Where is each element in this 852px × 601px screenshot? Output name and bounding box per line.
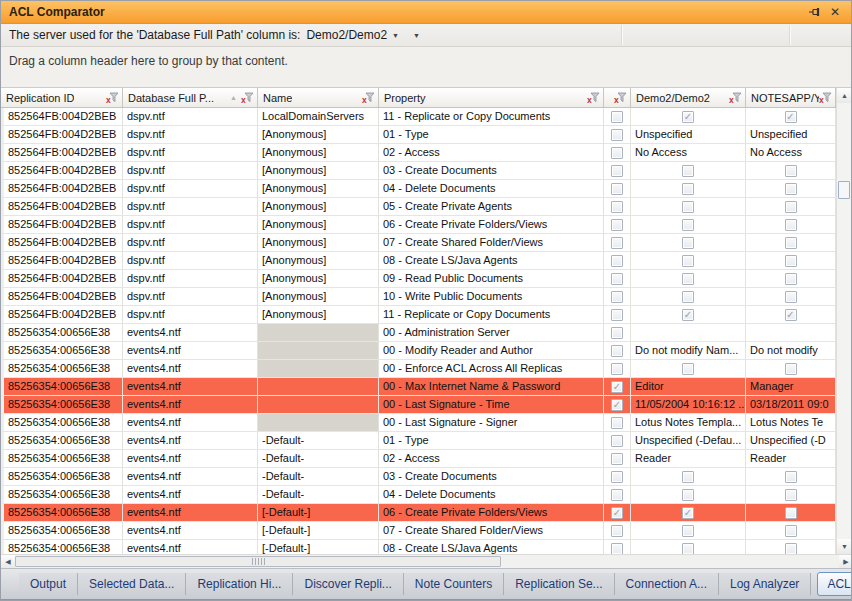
checkbox-checked-icon: ✓ bbox=[611, 507, 623, 519]
filter-icon[interactable]: x bbox=[729, 92, 742, 103]
table-row[interactable]: 85256354:00656E38events4.ntf-Default-01 … bbox=[1, 432, 851, 450]
tab-output[interactable]: Output bbox=[19, 573, 78, 595]
tab-selected-data[interactable]: Selected Data... bbox=[78, 573, 186, 595]
tab-acl-compara[interactable]: ACL Compara... bbox=[817, 572, 852, 596]
checkbox-unchecked-icon bbox=[611, 147, 623, 159]
cell-notesapp: Manager bbox=[746, 378, 836, 396]
cell-name: [Anonymous] bbox=[258, 234, 379, 252]
cell-database-full-path: dspv.ntf bbox=[123, 162, 258, 180]
table-row[interactable]: 85256354:00656E38events4.ntf00 - Max Int… bbox=[1, 378, 851, 396]
close-icon[interactable]: ✕ bbox=[827, 4, 843, 20]
horizontal-scrollbar-thumb[interactable] bbox=[15, 556, 501, 567]
toolbar-separator bbox=[789, 25, 791, 45]
table-row[interactable]: 852564FB:004D2BEBdspv.ntf[Anonymous]08 -… bbox=[1, 252, 851, 270]
vertical-scrollbar[interactable]: ▲ ▼ bbox=[836, 88, 851, 554]
table-row[interactable]: 852564FB:004D2BEBdspv.ntfLocalDomainServ… bbox=[1, 108, 851, 126]
tab-log-analyzer[interactable]: Log Analyzer bbox=[719, 573, 811, 595]
column-header-name[interactable]: Namex bbox=[258, 88, 379, 107]
column-header-demo2[interactable]: Demo2/Demo2x bbox=[631, 88, 746, 107]
toolbar-options-icon[interactable]: ▼ bbox=[413, 32, 420, 39]
cell-name-empty bbox=[258, 324, 379, 342]
table-row[interactable]: 85256354:00656E38events4.ntf00 - Modify … bbox=[1, 342, 851, 360]
table-row[interactable]: 85256354:00656E38events4.ntf-Default-04 … bbox=[1, 486, 851, 504]
cell-replication-id: 85256354:00656E38 bbox=[1, 504, 123, 522]
checkbox-unchecked-icon bbox=[785, 489, 797, 501]
tab-replication-hi[interactable]: Replication Hi... bbox=[186, 573, 293, 595]
table-row[interactable]: 85256354:00656E38events4.ntf[-Default-]0… bbox=[1, 522, 851, 540]
table-row[interactable]: 85256354:00656E38events4.ntf[-Default-]0… bbox=[1, 540, 851, 554]
filter-icon[interactable]: x bbox=[614, 92, 627, 103]
checkbox-unchecked-icon bbox=[785, 255, 797, 267]
tab-replication-se[interactable]: Replication Se... bbox=[504, 573, 614, 595]
table-row[interactable]: 852564FB:004D2BEBdspv.ntf[Anonymous]02 -… bbox=[1, 144, 851, 162]
filter-icon[interactable]: x bbox=[587, 92, 600, 103]
checkbox-unchecked-icon bbox=[785, 525, 797, 537]
filter-icon[interactable]: x bbox=[106, 92, 119, 103]
checkbox-unchecked-icon bbox=[785, 363, 797, 375]
table-row[interactable]: 852564FB:004D2BEBdspv.ntf[Anonymous]05 -… bbox=[1, 198, 851, 216]
table-row[interactable]: 852564FB:004D2BEBdspv.ntf[Anonymous]10 -… bbox=[1, 288, 851, 306]
vertical-scrollbar-thumb[interactable] bbox=[838, 181, 850, 199]
group-by-panel[interactable]: Drag a column header here to group by th… bbox=[1, 47, 851, 88]
column-header-notesapp[interactable]: NOTESAPP/YT...x bbox=[746, 88, 836, 107]
cell-notesapp bbox=[746, 180, 836, 198]
table-row[interactable]: 85256354:00656E38events4.ntf[-Default-]0… bbox=[1, 504, 851, 522]
cell-property: 11 - Replicate or Copy Documents bbox=[379, 108, 604, 126]
checkbox-unchecked-icon bbox=[785, 471, 797, 483]
cell-replication-id: 852564FB:004D2BEB bbox=[1, 180, 123, 198]
tab-connection-a[interactable]: Connection A... bbox=[615, 573, 719, 595]
table-row[interactable]: 852564FB:004D2BEBdspv.ntf[Anonymous]11 -… bbox=[1, 306, 851, 324]
cell-demo2 bbox=[631, 162, 746, 180]
filter-icon[interactable]: x bbox=[362, 92, 375, 103]
pin-icon[interactable] bbox=[807, 4, 823, 20]
cell-property: 04 - Delete Documents bbox=[379, 180, 604, 198]
scroll-up-icon[interactable]: ▲ bbox=[837, 88, 852, 103]
filter-icon[interactable]: x bbox=[241, 92, 254, 103]
column-header-property[interactable]: Propertyx bbox=[379, 88, 604, 107]
scroll-down-icon[interactable]: ▼ bbox=[837, 539, 852, 554]
cell-demo2: Lotus Notes Templa... bbox=[631, 414, 746, 432]
cell-replication-id: 852564FB:004D2BEB bbox=[1, 162, 123, 180]
table-row[interactable]: 85256354:00656E38events4.ntf00 - Last Si… bbox=[1, 396, 851, 414]
column-header-database-full-path[interactable]: Database Full P...▲x bbox=[123, 88, 258, 107]
tab-discover-repli[interactable]: Discover Repli... bbox=[293, 573, 403, 595]
table-row[interactable]: 85256354:00656E38events4.ntf00 - Last Si… bbox=[1, 414, 851, 432]
panel-titlebar: ACL Comparator ✕ bbox=[1, 1, 851, 24]
table-row[interactable]: 85256354:00656E38events4.ntf-Default-02 … bbox=[1, 450, 851, 468]
cell-demo2: Unspecified bbox=[631, 126, 746, 144]
cell-demo2 bbox=[631, 324, 746, 342]
svg-text:x: x bbox=[729, 95, 734, 104]
cell-notesapp bbox=[746, 198, 836, 216]
table-row[interactable]: 852564FB:004D2BEBdspv.ntf[Anonymous]03 -… bbox=[1, 162, 851, 180]
tab-note-counters[interactable]: Note Counters bbox=[404, 573, 504, 595]
cell-property: 04 - Delete Documents bbox=[379, 486, 604, 504]
table-row[interactable]: 85256354:00656E38events4.ntf00 - Enforce… bbox=[1, 360, 851, 378]
table-row[interactable]: 852564FB:004D2BEBdspv.ntf[Anonymous]07 -… bbox=[1, 234, 851, 252]
cell-database-full-path: dspv.ntf bbox=[123, 306, 258, 324]
table-row[interactable]: 85256354:00656E38events4.ntf00 - Adminis… bbox=[1, 324, 851, 342]
checkbox-unchecked-icon bbox=[682, 219, 694, 231]
cell-property: 00 - Max Internet Name & Password bbox=[379, 378, 604, 396]
cell-notesapp bbox=[746, 216, 836, 234]
scroll-left-icon[interactable]: ◀ bbox=[1, 555, 15, 568]
table-row[interactable]: 85256354:00656E38events4.ntf-Default-03 … bbox=[1, 468, 851, 486]
checkbox-checked-icon: ✓ bbox=[785, 309, 797, 321]
column-header-difference[interactable]: x bbox=[604, 88, 631, 107]
server-combo[interactable]: Demo2/Demo2 bbox=[306, 28, 387, 42]
column-header-replication-id[interactable]: Replication IDx bbox=[1, 88, 123, 107]
cell-demo2: ✓ bbox=[631, 108, 746, 126]
horizontal-scrollbar[interactable]: ◀ ▶ bbox=[1, 554, 852, 568]
filter-icon[interactable]: x bbox=[819, 92, 832, 103]
checkbox-unchecked-icon bbox=[682, 525, 694, 537]
tab-label: Discover Repli... bbox=[304, 577, 391, 591]
checkbox-unchecked-icon bbox=[611, 525, 623, 537]
cell-database-full-path: events4.ntf bbox=[123, 414, 258, 432]
svg-text:x: x bbox=[614, 95, 619, 104]
scroll-right-icon[interactable]: ▶ bbox=[839, 555, 852, 568]
table-row[interactable]: 852564FB:004D2BEBdspv.ntf[Anonymous]01 -… bbox=[1, 126, 851, 144]
table-row[interactable]: 852564FB:004D2BEBdspv.ntf[Anonymous]04 -… bbox=[1, 180, 851, 198]
cell-property: 03 - Create Documents bbox=[379, 162, 604, 180]
table-row[interactable]: 852564FB:004D2BEBdspv.ntf[Anonymous]09 -… bbox=[1, 270, 851, 288]
combo-dropdown-icon[interactable]: ▼ bbox=[392, 32, 399, 39]
table-row[interactable]: 852564FB:004D2BEBdspv.ntf[Anonymous]06 -… bbox=[1, 216, 851, 234]
